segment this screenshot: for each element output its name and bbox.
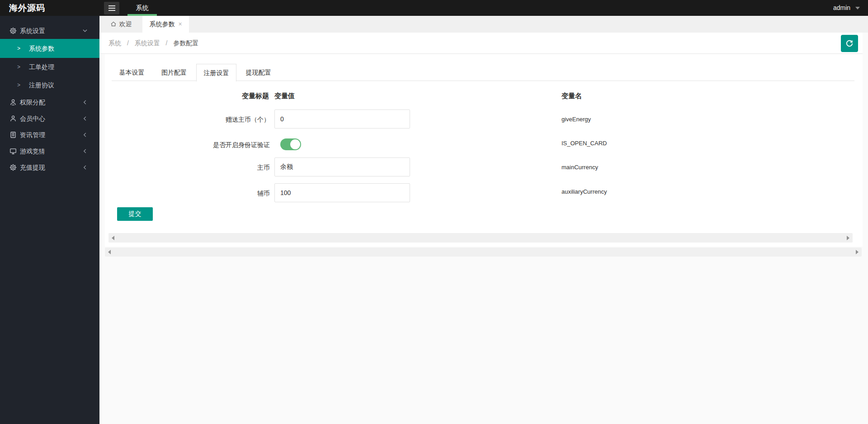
variable-name: IS_OPEN_CARD xyxy=(561,140,607,147)
breadcrumb-system-settings[interactable]: 系统设置 xyxy=(135,39,160,47)
horizontal-scrollbar-inner[interactable] xyxy=(108,233,853,243)
gear-icon xyxy=(9,27,17,34)
auxiliary-currency-input[interactable] xyxy=(274,183,410,202)
sidebar-group-permissions[interactable]: 权限分配 xyxy=(0,94,99,110)
sidebar-item-register-agreement[interactable]: > 注册协议 xyxy=(0,76,99,94)
horizontal-scrollbar-outer[interactable] xyxy=(105,248,862,257)
chevron-right-icon: > xyxy=(17,58,20,76)
topnav-item-label: 系统 xyxy=(136,4,149,11)
tab-system-params[interactable]: 系统参数× xyxy=(142,16,189,33)
monitor-icon xyxy=(9,148,17,155)
breadcrumb: 系统 / 系统设置 / 参数配置 xyxy=(108,33,198,54)
scroll-right-arrow[interactable] xyxy=(856,250,859,254)
main-area: 欢迎 系统参数× 系统 / 系统设置 / 参数配置 基本设置 图片配置 注册设置… xyxy=(99,16,868,424)
field-label: 是否开启身份证验证 xyxy=(109,141,270,149)
sidebar-group-news[interactable]: 资讯管理 xyxy=(0,127,99,143)
sidebar: 系统设置 > 系统参数 > 工单处理 > 注册协议 权限分配 会员中心 xyxy=(0,16,99,424)
chevron-left-icon xyxy=(83,149,87,153)
close-icon[interactable]: × xyxy=(178,16,182,33)
chevron-left-icon xyxy=(83,116,87,121)
app-logo: 海外源码 xyxy=(9,0,45,16)
active-nav-underline xyxy=(127,14,157,16)
give-energy-input[interactable] xyxy=(274,110,410,129)
settings-tabs: 基本设置 图片配置 注册设置 提现配置 xyxy=(112,64,854,81)
refresh-button[interactable] xyxy=(841,35,858,52)
chevron-down-icon xyxy=(855,7,860,10)
page-tabstrip: 欢迎 系统参数× xyxy=(99,16,868,33)
tab-welcome[interactable]: 欢迎 xyxy=(99,16,142,33)
sidebar-item-work-orders[interactable]: > 工单处理 xyxy=(0,58,99,76)
scroll-left-arrow[interactable] xyxy=(112,236,114,240)
variable-name: auxiliaryCurrency xyxy=(561,188,607,195)
main-currency-input[interactable] xyxy=(274,157,410,176)
hamburger-icon xyxy=(108,5,115,6)
field-label: 赠送主币（个） xyxy=(109,116,270,124)
sidebar-group-games[interactable]: 游戏竞猜 xyxy=(0,143,99,159)
user-icon xyxy=(9,115,17,122)
sidebar-item-system-params[interactable]: > 系统参数 xyxy=(0,39,99,58)
sidebar-group-members[interactable]: 会员中心 xyxy=(0,110,99,127)
user-permissions-icon xyxy=(9,99,17,106)
sidebar-group-recharge-withdraw[interactable]: 充值提现 xyxy=(0,159,99,176)
sidebar-group-system-settings[interactable]: 系统设置 xyxy=(0,23,99,39)
topnav-item-system[interactable]: 系统 xyxy=(127,0,157,16)
username: admin xyxy=(833,4,850,11)
scroll-right-arrow[interactable] xyxy=(847,236,849,240)
column-header-name: 变量名 xyxy=(561,92,582,100)
chevron-left-icon xyxy=(83,100,87,105)
user-menu[interactable]: admin xyxy=(833,0,860,16)
document-icon xyxy=(9,131,17,138)
id-verification-toggle[interactable] xyxy=(280,138,301,150)
scroll-left-arrow[interactable] xyxy=(108,250,111,254)
tab-image-config[interactable]: 图片配置 xyxy=(154,64,194,81)
submit-button[interactable]: 提交 xyxy=(117,207,153,221)
menu-toggle-button[interactable] xyxy=(104,2,119,14)
tab-register-settings[interactable]: 注册设置 xyxy=(196,64,236,81)
tab-basic-settings[interactable]: 基本设置 xyxy=(112,64,152,81)
variable-name: mainCurrency xyxy=(561,164,598,171)
sidebar-group-label: 系统设置 xyxy=(20,23,45,39)
column-header-value: 变量值 xyxy=(274,92,295,100)
settings-panel: 基本设置 图片配置 注册设置 提现配置 变量标题 变量值 变量名 赠送主币（个）… xyxy=(105,54,863,247)
tab-withdraw-config[interactable]: 提现配置 xyxy=(238,64,278,81)
gear-icon xyxy=(9,164,17,171)
chevron-right-icon: > xyxy=(17,39,20,58)
field-label: 辅币 xyxy=(109,190,270,198)
chevron-left-icon xyxy=(83,165,87,170)
refresh-icon xyxy=(845,39,854,48)
topbar: 海外源码 系统 admin xyxy=(0,0,868,16)
column-header-title: 变量标题 xyxy=(242,92,269,100)
field-label: 主币 xyxy=(109,164,270,172)
chevron-down-icon xyxy=(83,29,87,33)
home-icon xyxy=(110,21,117,27)
chevron-left-icon xyxy=(83,133,87,137)
variable-name: giveEnergy xyxy=(561,116,591,123)
breadcrumb-bar: 系统 / 系统设置 / 参数配置 xyxy=(99,33,863,54)
breadcrumb-current: 参数配置 xyxy=(173,39,198,47)
chevron-right-icon: > xyxy=(17,76,20,94)
breadcrumb-system[interactable]: 系统 xyxy=(108,39,121,47)
